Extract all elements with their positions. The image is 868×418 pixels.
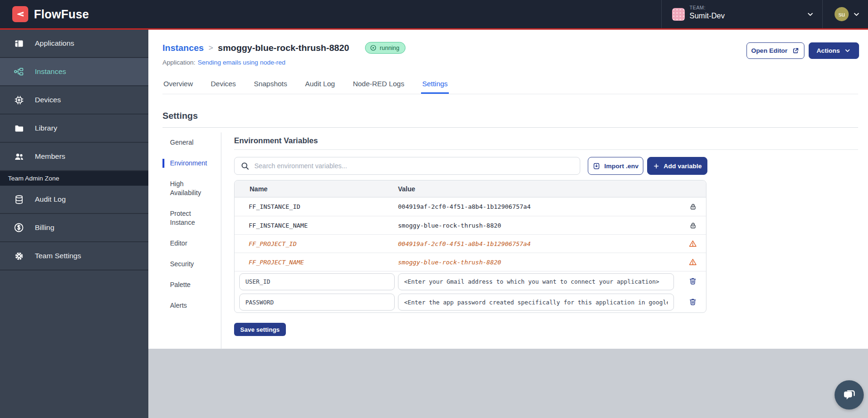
- table-header: Name Value: [235, 180, 706, 197]
- subnav-general[interactable]: General: [162, 138, 215, 147]
- env-value: 004919af-2cf0-4f51-a8b4-1b12906757a4: [398, 203, 680, 210]
- top-navigation-bar: FlowFuse TEAM: Sumit-Dev su: [0, 0, 868, 30]
- import-file-icon: [592, 162, 600, 170]
- sidebar-item-devices[interactable]: Devices: [0, 86, 148, 115]
- search-input[interactable]: [234, 157, 580, 175]
- sidebar-item-label: Library: [35, 124, 57, 132]
- open-editor-label: Open Editor: [751, 47, 787, 54]
- table-row: [235, 271, 706, 292]
- chat-widget-button[interactable]: [835, 380, 864, 410]
- sidebar-item-label: Team Settings: [35, 252, 81, 260]
- warning-icon: [680, 258, 706, 266]
- chat-bubble-icon: [842, 387, 857, 402]
- search-container: [234, 157, 580, 175]
- tab-audit-log[interactable]: Audit Log: [304, 77, 336, 94]
- application-link[interactable]: Sending emails using node-red: [198, 59, 285, 66]
- user-avatar[interactable]: su: [835, 7, 849, 21]
- team-label: TEAM:: [690, 5, 725, 10]
- devices-icon: [13, 94, 25, 106]
- subnav-palette[interactable]: Palette: [162, 280, 215, 289]
- env-name-input[interactable]: [239, 294, 395, 311]
- settings-subnav: General Environment High Availability Pr…: [162, 138, 215, 310]
- open-editor-button[interactable]: Open Editor: [746, 42, 804, 59]
- sidebar-item-instances[interactable]: Instances: [0, 58, 148, 86]
- sidebar-item-label: Devices: [35, 96, 61, 104]
- breadcrumb: Instances > smoggy-blue-rock-thrush-8820…: [162, 42, 406, 54]
- sidebar-item-billing[interactable]: Billing: [0, 214, 148, 242]
- user-menu-chevron-down-icon[interactable]: [852, 10, 860, 20]
- env-value: smoggy-blue-rock-thrush-8820: [398, 259, 680, 266]
- subnav-alerts[interactable]: Alerts: [162, 301, 215, 310]
- sidebar-item-applications[interactable]: Applications: [0, 30, 148, 58]
- search-icon: [240, 161, 250, 171]
- section-title: Environment Variables: [234, 136, 318, 145]
- env-value: 004919af-2cf0-4f51-a8b4-1b12906757a4: [398, 240, 680, 247]
- application-row: Application: Sending emails using node-r…: [162, 59, 285, 66]
- topbar-divider: [661, 0, 662, 28]
- env-name: FF_PROJECT_NAME: [235, 259, 398, 266]
- environment-variables-table: Name Value FF_INSTANCE_ID 004919af-2cf0-…: [234, 180, 706, 313]
- plus-icon: [653, 163, 660, 170]
- team-admin-zone-label: Team Admin Zone: [0, 171, 148, 186]
- table-row: FF_PROJECT_ID 004919af-2cf0-4f51-a8b4-1b…: [235, 234, 706, 253]
- subnav-editor[interactable]: Editor: [162, 239, 215, 248]
- team-chevron-down-icon[interactable]: [806, 10, 814, 20]
- save-settings-button[interactable]: Save settings: [234, 323, 286, 336]
- sidebar-item-team-settings[interactable]: Team Settings: [0, 242, 148, 270]
- tab-snapshots[interactable]: Snapshots: [253, 77, 288, 94]
- team-avatar[interactable]: [672, 8, 685, 21]
- subnav-divider: [221, 132, 221, 349]
- add-variable-label: Add variable: [664, 163, 702, 170]
- folder-icon: [13, 122, 25, 134]
- delete-variable-button[interactable]: [688, 296, 698, 308]
- team-selector[interactable]: TEAM: Sumit-Dev: [690, 5, 725, 20]
- table-row: FF_INSTANCE_ID 004919af-2cf0-4f51-a8b4-1…: [235, 197, 706, 216]
- env-name: FF_INSTANCE_ID: [235, 203, 398, 210]
- application-label: Application:: [162, 59, 195, 66]
- external-link-icon: [792, 47, 800, 55]
- column-header-name: Name: [235, 185, 398, 193]
- actions-button[interactable]: Actions: [809, 42, 859, 59]
- tab-devices[interactable]: Devices: [210, 77, 237, 94]
- import-env-button[interactable]: Import .env: [588, 157, 643, 175]
- env-value-input[interactable]: [398, 273, 674, 290]
- team-name: Sumit-Dev: [690, 12, 725, 20]
- dollar-circle-icon: [13, 221, 25, 234]
- sidebar-item-label: Applications: [35, 39, 74, 48]
- env-value-input[interactable]: [398, 294, 674, 311]
- breadcrumb-instances-link[interactable]: Instances: [162, 43, 204, 53]
- sidebar-item-library[interactable]: Library: [0, 115, 148, 143]
- status-text: running: [380, 45, 399, 51]
- tab-settings[interactable]: Settings: [421, 77, 448, 94]
- sidebar-item-audit-log[interactable]: Audit Log: [0, 186, 148, 214]
- table-row: FF_INSTANCE_NAME smoggy-blue-rock-thrush…: [235, 216, 706, 234]
- subnav-environment[interactable]: Environment: [162, 159, 215, 168]
- env-name-input[interactable]: [239, 273, 395, 290]
- trash-icon: [689, 277, 697, 285]
- add-variable-button[interactable]: Add variable: [647, 157, 707, 175]
- gear-icon: [13, 250, 25, 262]
- topbar-divider: [822, 0, 823, 28]
- subnav-high-availability[interactable]: High Availability: [162, 180, 215, 197]
- flowfuse-logo-icon[interactable]: [12, 6, 28, 22]
- tab-overview[interactable]: Overview: [162, 77, 194, 94]
- warning-icon: [680, 239, 706, 248]
- table-row: FF_PROJECT_NAME smoggy-blue-rock-thrush-…: [235, 253, 706, 271]
- subnav-protect-instance[interactable]: Protect Instance: [162, 209, 215, 227]
- sidebar-item-label: Instances: [35, 67, 66, 76]
- sidebar-item-members[interactable]: Members: [0, 143, 148, 171]
- subnav-security[interactable]: Security: [162, 260, 215, 269]
- env-name: FF_PROJECT_ID: [235, 240, 398, 247]
- column-header-value: Value: [398, 185, 680, 193]
- play-circle-icon: [370, 44, 377, 51]
- database-icon: [13, 193, 25, 205]
- settings-heading-rule: [162, 127, 858, 128]
- users-icon: [13, 150, 25, 163]
- delete-variable-button[interactable]: [688, 276, 698, 287]
- brand-name: FlowFuse: [34, 0, 89, 28]
- actions-label: Actions: [817, 47, 840, 54]
- instance-tabs: Overview Devices Snapshots Audit Log Nod…: [162, 77, 858, 94]
- page-title: smoggy-blue-rock-thrush-8820: [218, 43, 349, 53]
- tab-node-red-logs[interactable]: Node-RED Logs: [352, 77, 405, 94]
- sidebar-item-label: Members: [35, 152, 65, 161]
